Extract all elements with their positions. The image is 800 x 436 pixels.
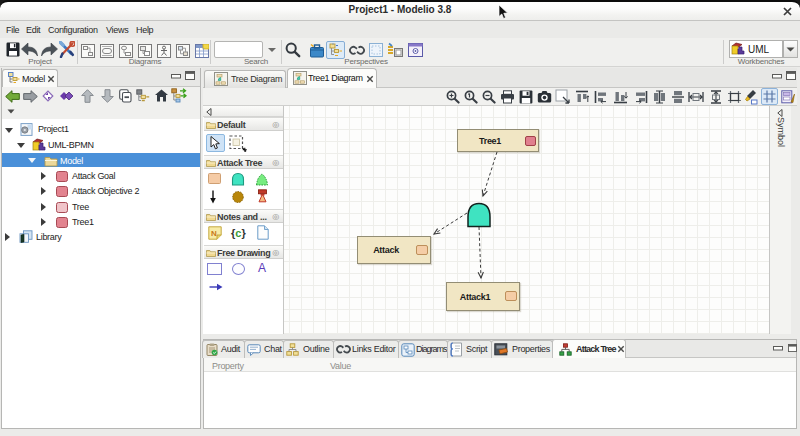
- svg-text:N: N: [211, 229, 217, 238]
